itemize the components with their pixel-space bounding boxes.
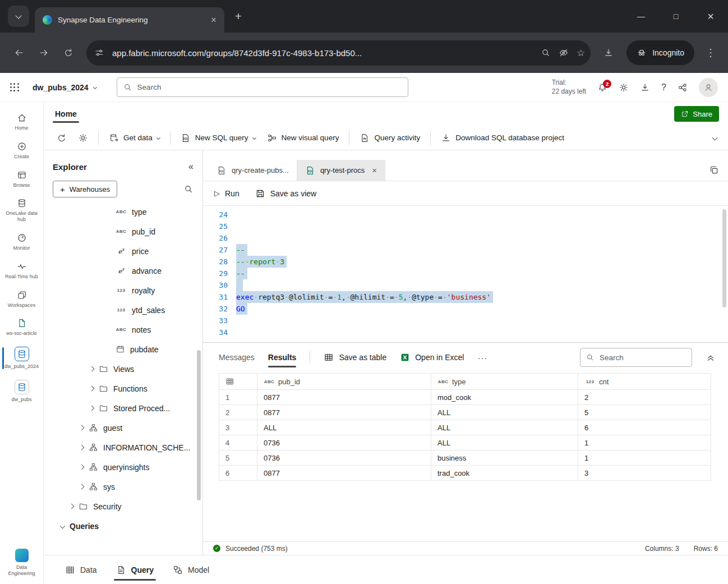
table-cell[interactable]: ALL: [431, 420, 578, 435]
get-data-button[interactable]: Get data: [104, 129, 165, 147]
workspace-switcher[interactable]: dw_pubs_2024: [33, 83, 96, 92]
rail-item-real-time-hub[interactable]: Real-Time hub: [0, 256, 43, 285]
save-as-view-button[interactable]: Save as view: [255, 188, 316, 199]
tab-search-button[interactable]: [8, 6, 29, 27]
select-all-header[interactable]: [219, 374, 257, 390]
table-cell[interactable]: 2: [578, 390, 711, 405]
notifications-button[interactable]: 2: [597, 82, 607, 93]
editor-line-26[interactable]: 26: [203, 232, 728, 244]
bookmark-star-icon[interactable]: ☆: [577, 48, 585, 58]
column-header-cnt[interactable]: 123cnt: [578, 374, 711, 390]
table-cell[interactable]: 0877: [257, 390, 431, 405]
forward-button[interactable]: [33, 42, 55, 64]
new-tab-button[interactable]: +: [229, 7, 248, 26]
avatar[interactable]: [699, 78, 718, 97]
table-cell[interactable]: 3: [578, 466, 711, 481]
connections-icon[interactable]: [678, 82, 688, 93]
editor-line-34[interactable]: 34: [203, 327, 728, 338]
table-cell[interactable]: ALL: [431, 405, 578, 420]
table-row[interactable]: 3ALLALL6: [219, 420, 711, 435]
results-search-input[interactable]: [580, 348, 692, 367]
waffle-menu-icon[interactable]: [10, 83, 19, 92]
tab-messages[interactable]: Messages: [219, 343, 255, 372]
zoom-icon[interactable]: [541, 48, 551, 58]
rail-item-dw-pubs[interactable]: dw_pubs: [0, 375, 43, 408]
minimize-button[interactable]: —: [624, 0, 658, 33]
tree-item-queryinsights[interactable]: queryinsights: [44, 457, 202, 477]
bottom-tab-data[interactable]: Data: [57, 555, 105, 584]
new-visual-query-button[interactable]: New visual query: [262, 129, 344, 147]
rail-item-data-engineering[interactable]: Data Engineering: [0, 544, 43, 582]
all-tabs-icon[interactable]: [709, 165, 719, 175]
table-cell[interactable]: business: [431, 450, 578, 466]
table-cell[interactable]: 1: [578, 450, 711, 466]
rail-item-workspaces[interactable]: Workspaces: [0, 285, 43, 314]
query-tab-qry-create-pubs[interactable]: qry-create-pubs...: [209, 160, 297, 181]
close-tab-icon[interactable]: ×: [372, 165, 377, 175]
rail-item-ws-ssc-article[interactable]: ws-ssc-article: [0, 313, 43, 342]
close-window-button[interactable]: ×: [693, 0, 728, 33]
tree-item-guest[interactable]: guest: [44, 418, 202, 438]
explorer-search-icon[interactable]: [183, 184, 193, 194]
url-bar[interactable]: app.fabric.microsoft.com/groups/8742d3fd…: [86, 40, 591, 66]
tree-item-type[interactable]: ABCtype: [44, 202, 202, 222]
bottom-tab-query[interactable]: Query: [108, 555, 162, 584]
rail-item-onelake-data-hub[interactable]: OneLake data hub: [0, 193, 43, 228]
table-cell[interactable]: mod_cook: [431, 390, 578, 405]
table-cell[interactable]: trad_cook: [431, 466, 578, 481]
editor-line-30[interactable]: 30: [203, 279, 728, 291]
save-as-table-button[interactable]: Save as table: [324, 352, 386, 362]
rail-item-home[interactable]: Home: [0, 108, 43, 136]
browser-tab[interactable]: Synapse Data Engineering ×: [35, 7, 224, 33]
rail-item-monitor[interactable]: Monitor: [0, 228, 43, 256]
table-cell[interactable]: ALL: [431, 435, 578, 450]
editor-line-33[interactable]: 33: [203, 315, 728, 327]
tab-results[interactable]: Results: [268, 343, 297, 372]
eye-off-icon[interactable]: [559, 48, 569, 58]
table-cell[interactable]: ALL: [257, 420, 431, 435]
column-header-type[interactable]: ABCtype: [431, 374, 578, 390]
table-row[interactable]: 50736business1: [219, 450, 711, 466]
rail-item-browse[interactable]: Browse: [0, 165, 43, 194]
tree-item-ytd-sales[interactable]: 123ytd_sales: [44, 300, 202, 320]
refresh-button[interactable]: [57, 42, 80, 64]
open-in-excel-button[interactable]: Open in Excel: [400, 352, 464, 362]
collapse-panel-icon[interactable]: «: [188, 162, 193, 172]
collapse-results-icon[interactable]: [706, 352, 716, 362]
ribbon-collapse-icon[interactable]: [712, 135, 718, 141]
add-warehouses-button[interactable]: + Warehouses: [53, 181, 117, 197]
tree-item-pub-id[interactable]: ABCpub_id: [44, 222, 202, 241]
tree-item-notes[interactable]: ABCnotes: [44, 320, 202, 339]
back-button[interactable]: [8, 42, 30, 64]
bottom-tab-model[interactable]: Model: [165, 555, 217, 584]
rail-item-create[interactable]: Create: [0, 136, 43, 165]
table-row[interactable]: 10877mod_cook2: [219, 390, 711, 405]
tree-item-information-sche[interactable]: INFORMATION_SCHE...: [44, 438, 202, 457]
table-cell[interactable]: 0736: [257, 450, 431, 466]
table-cell[interactable]: 6: [578, 420, 711, 435]
share-button[interactable]: Share: [674, 106, 719, 122]
tree-item-functions[interactable]: Functions: [44, 379, 202, 398]
editor-line-25[interactable]: 25: [203, 220, 728, 232]
editor-line-28[interactable]: 28--·report·3: [203, 256, 728, 268]
editor-line-27[interactable]: 27--: [203, 244, 728, 256]
maximize-button[interactable]: □: [658, 0, 693, 33]
tree-item-advance[interactable]: exadvance: [44, 261, 202, 280]
download-project-button[interactable]: Download SQL database project: [436, 129, 569, 147]
url-text[interactable]: app.fabric.microsoft.com/groups/8742d3fd…: [112, 48, 533, 58]
downloads-icon[interactable]: [597, 42, 620, 64]
editor-line-24[interactable]: 24: [203, 209, 728, 220]
download-app-icon[interactable]: [640, 82, 650, 93]
table-row[interactable]: 60877trad_cook3: [219, 466, 711, 481]
site-settings-icon[interactable]: [94, 48, 104, 58]
settings-gear-icon[interactable]: [619, 82, 629, 93]
table-cell[interactable]: 0877: [257, 466, 431, 481]
sql-editor[interactable]: 24252627--28--·report·329--30 31exec·rep…: [203, 206, 728, 342]
query-activity-button[interactable]: Query activity: [354, 129, 425, 147]
tree-item-royalty[interactable]: 123royalty: [44, 280, 202, 300]
explorer-scrollbar[interactable]: [197, 350, 201, 500]
more-options-icon[interactable]: ···: [477, 353, 487, 362]
rail-item-dw-pubs-2024[interactable]: dw_pubs_2024: [0, 342, 43, 375]
editor-line-32[interactable]: 32GO: [203, 303, 728, 315]
refresh-button[interactable]: [52, 129, 72, 147]
